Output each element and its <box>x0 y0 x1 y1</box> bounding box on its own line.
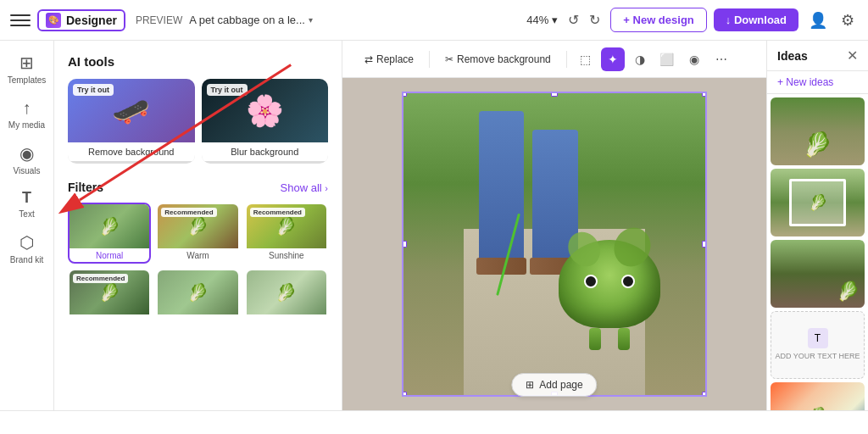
remove-bg-label: Remove background <box>68 142 195 161</box>
filter-sunshine[interactable]: 🥬 Recommended Sunshine <box>245 203 328 264</box>
brand-kit-icon: ⬡ <box>19 232 34 253</box>
preview-label: PREVIEW <box>136 14 182 26</box>
cabbage-icon-1: 🥬 <box>803 131 832 159</box>
canvas-content: ↻ <box>342 78 766 410</box>
separator-2 <box>566 51 567 68</box>
filter-5[interactable]: 🥬 <box>156 269 239 330</box>
sidebar-item-templates[interactable]: ⊞ Templates <box>3 47 51 90</box>
app-name: Designer <box>66 14 117 27</box>
chevron-down-icon: ▾ <box>552 14 558 26</box>
secondary-toolbar: ⇄ Replace ✂ Remove background ⬚ ✦ ◑ ⬜ ◉ … <box>342 41 766 78</box>
undo-button[interactable]: ↺ <box>565 8 582 31</box>
sidebar-item-label: Visuals <box>13 166 40 175</box>
show-all-button[interactable]: Show all › <box>281 181 328 194</box>
idea-scene-1: 🥬 <box>771 97 865 165</box>
filter-icon-button[interactable]: ✦ <box>601 47 625 71</box>
handle-mr[interactable] <box>702 241 707 248</box>
topbar: 🎨 Designer PREVIEW A pet cabbage on a le… <box>0 0 868 41</box>
close-panel-button[interactable]: ✕ <box>847 47 858 64</box>
idea-add-text-card[interactable]: T ADD YOUR TEXT HERE <box>771 311 865 379</box>
logo-button[interactable]: 🎨 Designer <box>37 9 125 31</box>
undo-redo-group: ↺ ↻ <box>565 8 604 31</box>
adjust-icon-button[interactable]: ◑ <box>628 47 652 71</box>
cabbage-icon-3: 🥬 <box>837 281 860 303</box>
blur-bg-card[interactable]: 🌸 Try it out Blur background <box>202 79 329 164</box>
colorful-scene: 🥬 <box>771 382 865 410</box>
separator <box>429 51 430 68</box>
filter-5-label <box>158 314 237 320</box>
filter-normal-preview: 🥬 <box>70 204 149 248</box>
filters-title: Filters <box>68 181 103 194</box>
sidebar-item-visuals[interactable]: ◉ Visuals <box>3 138 51 181</box>
sidebar-item-text[interactable]: T Text <box>3 184 51 224</box>
replace-icon: ⇄ <box>364 53 373 65</box>
new-ideas-button[interactable]: + New ideas <box>767 71 868 94</box>
idea-card-2[interactable]: 🥬 <box>771 169 865 236</box>
sidebar-item-label: Text <box>19 209 34 219</box>
filter-normal[interactable]: 🥬 Normal <box>68 203 151 264</box>
handle-ml[interactable] <box>402 241 407 248</box>
right-panel: Ideas ✕ + New ideas 🥬 🥬 <box>766 41 868 410</box>
idea-card-1[interactable]: 🥬 <box>771 97 865 165</box>
selection-handles <box>403 93 705 395</box>
add-page-button[interactable]: ⊞ Add page <box>511 373 597 397</box>
tool-panel: AI tools 🛹 Try it out Remove background … <box>54 41 342 410</box>
right-panel-header: Ideas ✕ <box>767 41 868 71</box>
crop-icon-button[interactable]: ⬚ <box>574 47 598 71</box>
my-media-icon: ↑ <box>23 98 31 118</box>
download-button[interactable]: ↓ Download <box>714 8 798 31</box>
visuals-icon: ◉ <box>19 143 34 164</box>
add-text-label: ADD YOUR TEXT HERE <box>775 352 860 362</box>
idea-colorful-card[interactable]: 🥬 <box>771 382 865 410</box>
handle-tl[interactable] <box>402 92 407 97</box>
sidebar-item-label: My media <box>8 120 45 130</box>
idea-card-3[interactable]: 🥬 <box>771 240 865 308</box>
filter-warm-label: Warm <box>158 248 237 263</box>
new-design-button[interactable]: + New design <box>610 8 706 32</box>
filter-sunshine-label: Sunshine <box>247 248 326 263</box>
handle-tc[interactable] <box>551 92 558 97</box>
filter-4[interactable]: 🥬 Recommended <box>68 269 151 330</box>
handle-bl[interactable] <box>402 392 407 397</box>
redo-button[interactable]: ↻ <box>586 8 604 31</box>
remove-bg-icon: ✂ <box>445 53 453 65</box>
idea-scene-3: 🥬 <box>771 240 865 308</box>
filter-5-preview: 🥬 <box>158 270 237 314</box>
templates-icon: ⊞ <box>19 53 34 73</box>
filter-6[interactable]: 🥬 <box>245 269 328 330</box>
replace-button[interactable]: ⇄ Replace <box>356 49 422 70</box>
handle-tr[interactable] <box>702 92 707 97</box>
remove-bg-card[interactable]: 🛹 Try it out Remove background <box>68 79 195 164</box>
filters-header: Filters Show all › <box>68 181 328 194</box>
filter-warm[interactable]: 🥬 Recommended Warm <box>156 203 239 264</box>
recommended-badge: Recommended <box>161 208 216 217</box>
handle-br[interactable] <box>702 392 707 397</box>
zoom-control[interactable]: 44% ▾ <box>526 14 558 26</box>
sidebar-item-brand-kit[interactable]: ⬡ Brand kit <box>3 227 51 270</box>
color-icon-button[interactable]: ◉ <box>682 47 706 71</box>
chevron-right-icon: › <box>325 183 328 193</box>
ai-tools-grid: 🛹 Try it out Remove background 🌸 Try it … <box>68 79 328 164</box>
bottom-bar <box>0 410 868 434</box>
canvas-frame[interactable]: ↻ <box>402 92 707 397</box>
recommended-badge-2: Recommended <box>250 208 305 217</box>
sidebar-item-my-media[interactable]: ↑ My media <box>3 93 51 135</box>
try-it-out-badge: Try it out <box>73 84 114 96</box>
menu-icon[interactable] <box>10 10 31 31</box>
text-icon: T <box>22 189 31 207</box>
remove-bg-toolbar-button[interactable]: ✂ Remove background <box>437 49 559 70</box>
photo-frame: 🥬 <box>789 179 846 226</box>
account-icon[interactable]: ⚙ <box>837 8 858 33</box>
share-icon[interactable]: 👤 <box>805 8 831 33</box>
try-it-out-badge-2: Try it out <box>207 84 248 96</box>
chevron-down-icon: ▾ <box>309 15 313 25</box>
flip-icon-button[interactable]: ⬜ <box>655 47 679 71</box>
doc-title[interactable]: A pet cabbage on a le... ▾ <box>189 14 313 26</box>
idea-scene-2: 🥬 <box>771 169 865 236</box>
logo-icon: 🎨 <box>46 13 61 28</box>
filter-6-label <box>247 314 326 320</box>
filter-6-preview: 🥬 <box>247 270 326 314</box>
more-icon-button[interactable]: ⋯ <box>709 47 733 71</box>
ideas-title: Ideas <box>777 49 808 63</box>
sidebar-item-label: Brand kit <box>10 255 43 264</box>
